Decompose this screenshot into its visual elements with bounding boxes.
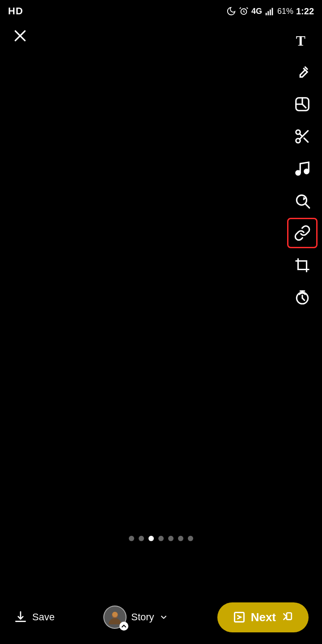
svg-line-1	[240, 8, 241, 9]
battery-label: 61%	[277, 7, 293, 16]
effects-tool-button[interactable]	[287, 186, 318, 216]
svg-rect-25	[287, 613, 292, 619]
hd-indicator: HD	[8, 5, 23, 17]
status-icons: 4G 61% 1:22	[226, 6, 314, 17]
story-add-overlay	[119, 622, 128, 631]
svg-text:T: T	[296, 33, 305, 48]
draw-tool-button[interactable]	[287, 57, 318, 87]
text-tool-button[interactable]: T	[287, 25, 318, 55]
svg-rect-24	[234, 613, 244, 622]
svg-rect-3	[266, 13, 267, 15]
alarm-icon	[239, 6, 249, 16]
dot-2	[139, 536, 144, 541]
signal-icon	[265, 6, 275, 16]
dot-7	[188, 536, 193, 541]
right-toolbar: T	[287, 25, 318, 313]
next-label: Next	[251, 610, 276, 624]
bottom-bar: Save Story	[0, 590, 322, 644]
time-label: 1:22	[296, 6, 314, 17]
story-chevron-icon	[159, 612, 169, 622]
link-tool-button[interactable]	[287, 218, 318, 248]
page-dots	[129, 536, 193, 541]
text-icon: T	[294, 31, 311, 48]
crop-tool-button[interactable]	[287, 250, 318, 280]
save-icon	[13, 610, 28, 624]
timer-icon	[294, 289, 311, 306]
dot-4	[158, 536, 164, 541]
dot-3	[148, 536, 154, 541]
svg-rect-6	[272, 8, 273, 15]
svg-point-17	[296, 171, 301, 175]
close-icon	[13, 29, 27, 43]
svg-point-18	[305, 169, 309, 174]
dot-6	[178, 536, 183, 541]
svg-rect-5	[270, 9, 271, 15]
link-icon	[294, 225, 311, 242]
status-bar: HD 4G 61% 1:22	[0, 0, 322, 22]
save-button[interactable]: Save	[13, 610, 55, 624]
save-label: Save	[32, 611, 55, 623]
chevron-up-icon	[121, 623, 127, 629]
svg-line-15	[304, 138, 308, 142]
timer-tool-button[interactable]	[287, 282, 318, 313]
dot-5	[168, 536, 174, 541]
next-button[interactable]: Next	[217, 602, 309, 632]
svg-line-16	[300, 134, 302, 136]
effects-icon	[294, 192, 311, 209]
scissors-icon	[294, 128, 311, 145]
next-arrow-icon	[281, 611, 293, 623]
music-tool-button[interactable]	[287, 153, 318, 184]
story-label: Story	[131, 611, 154, 623]
close-button[interactable]	[9, 25, 31, 47]
sticker-icon	[294, 96, 311, 113]
network-label: 4G	[251, 7, 262, 16]
next-square-icon	[233, 611, 246, 623]
scissors-tool-button[interactable]	[287, 121, 318, 152]
svg-point-23	[112, 612, 118, 617]
moon-clock-icon	[226, 6, 236, 16]
sticker-tool-button[interactable]	[287, 89, 318, 119]
svg-line-20	[305, 204, 309, 208]
crop-icon	[294, 257, 311, 274]
svg-line-2	[246, 8, 248, 9]
draw-icon	[294, 64, 311, 80]
dot-1	[129, 536, 134, 541]
story-avatar-wrapper	[103, 606, 127, 629]
story-button[interactable]: Story	[103, 606, 168, 629]
svg-rect-4	[267, 11, 269, 15]
music-icon	[294, 160, 311, 177]
